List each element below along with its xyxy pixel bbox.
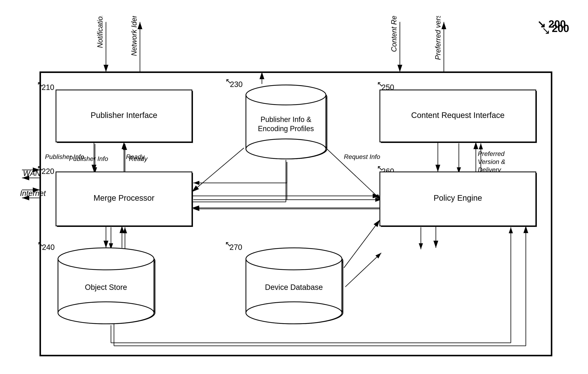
publisher-interface-box — [57, 91, 193, 143]
svg-text:WAN: WAN — [23, 169, 41, 177]
svg-line-30 — [327, 149, 381, 200]
outer-box: Publisher Info & Encoding Profiles Objec… — [40, 72, 552, 356]
device-database-cylinder: Device Database — [245, 249, 345, 325]
merge-processor-box — [57, 173, 193, 227]
svg-line-34 — [345, 253, 381, 287]
diagram-container: ↘ 200 — [16, 16, 572, 364]
svg-point-15 — [247, 302, 343, 324]
svg-point-13 — [247, 250, 343, 272]
diagram-number: ↘ 200 — [537, 18, 566, 30]
pub-info-cylinder: Publisher Info & Encoding Profiles — [245, 85, 329, 161]
content-request-interface-box — [381, 91, 537, 143]
svg-text:Notification: Notification — [96, 16, 104, 48]
svg-text:Publisher Info: Publisher Info — [69, 155, 108, 162]
svg-text:Encoding Profiles: Encoding Profiles — [259, 125, 315, 134]
svg-text:Object Store: Object Store — [86, 284, 128, 292]
svg-text:Publisher Info &: Publisher Info & — [262, 116, 312, 125]
svg-point-1 — [247, 87, 327, 107]
svg-point-10 — [59, 302, 155, 324]
object-store-cylinder: Object Store — [57, 249, 157, 325]
svg-point-4 — [247, 139, 327, 159]
policy-engine-box — [381, 173, 537, 227]
svg-point-8 — [59, 250, 155, 272]
svg-text:Preferred version & Delivery: Preferred version & Delivery — [434, 16, 442, 60]
svg-text:Ready: Ready — [129, 155, 148, 162]
svg-text:Network Identifier: Network Identifier — [130, 16, 138, 56]
svg-text:Content Request: Content Request — [390, 16, 398, 52]
svg-text:Device Database: Device Database — [266, 284, 324, 292]
